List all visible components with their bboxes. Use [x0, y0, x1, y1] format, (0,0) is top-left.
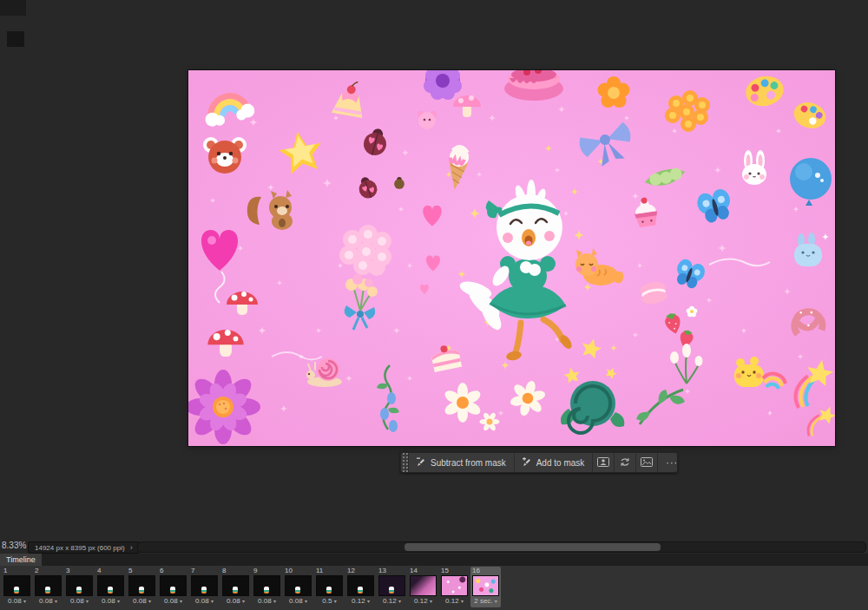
timeline-frame-6[interactable]: 60.08 ▾ — [158, 567, 188, 607]
timeline-frame-3[interactable]: 30.08 ▾ — [64, 567, 95, 607]
chevron-down-icon: ▾ — [334, 599, 337, 604]
frame-number: 10 — [284, 567, 312, 574]
frame-thumb-sprite — [233, 587, 238, 594]
timeline-frame-10[interactable]: 100.08 ▾ — [283, 567, 313, 607]
frame-thumbnail[interactable] — [441, 575, 468, 596]
add-to-mask-label: Add to mask — [536, 458, 585, 468]
timeline-frame-7[interactable]: 70.08 ▾ — [189, 567, 220, 607]
zoom-level-field[interactable]: 8.33% — [2, 541, 26, 550]
timeline-frame-1[interactable]: 10.08 ▾ — [2, 567, 32, 607]
timeline-frame-14[interactable]: 140.12 ▾ — [408, 567, 438, 607]
frame-duration-select[interactable]: 0.12 ▾ — [409, 597, 437, 606]
frame-duration-select[interactable]: 0.08 ▾ — [284, 597, 312, 606]
workspace-corner-panel-2 — [7, 31, 24, 47]
frame-thumbnail[interactable] — [128, 575, 155, 596]
frame-thumbnail[interactable] — [316, 575, 343, 596]
frame-thumbnail[interactable] — [472, 575, 499, 596]
frame-thumbnail[interactable] — [3, 575, 30, 596]
frame-thumb-sprite — [264, 587, 269, 594]
frame-duration-select[interactable]: 0.08 ▾ — [65, 597, 94, 606]
timeline-tab-row: Timeline — [0, 554, 868, 566]
frame-thumbnail[interactable] — [66, 575, 93, 596]
frame-duration-select[interactable]: 0.08 ▾ — [190, 597, 219, 606]
timeline-frame-11[interactable]: 110.5 ▾ — [314, 567, 345, 607]
select-subject-button[interactable] — [593, 453, 615, 472]
tab-timeline[interactable]: Timeline — [0, 554, 42, 566]
chevron-down-icon: ▾ — [305, 599, 307, 604]
document-canvas[interactable] — [188, 70, 835, 446]
frame-thumbnail[interactable] — [222, 575, 249, 596]
frame-duration-select[interactable]: 0.08 ▾ — [34, 597, 62, 606]
subtract-from-mask-label: Subtract from mask — [431, 458, 506, 468]
chevron-down-icon: ▾ — [398, 599, 401, 604]
frame-number: 1 — [3, 567, 31, 574]
frame-thumbnail[interactable] — [410, 575, 437, 596]
frame-duration-select[interactable]: 0.08 ▾ — [128, 597, 156, 606]
timeline-frame-4[interactable]: 40.08 ▾ — [95, 567, 126, 607]
select-subject-icon — [597, 457, 609, 469]
frame-duration-select[interactable]: 0.08 ▾ — [253, 597, 281, 606]
subtract-from-mask-button[interactable]: Subtract from mask — [409, 453, 515, 472]
toolbar-drag-handle[interactable] — [401, 453, 409, 472]
frame-number: 2 — [34, 567, 62, 574]
chevron-down-icon: ▾ — [430, 599, 432, 604]
invert-mask-button[interactable] — [615, 453, 636, 472]
frame-thumbnail[interactable] — [35, 575, 62, 596]
frame-number: 12 — [346, 567, 375, 574]
add-to-mask-button[interactable]: Add to mask — [515, 453, 594, 472]
chevron-down-icon: ▾ — [86, 599, 89, 604]
horizontal-scrollbar-thumb[interactable] — [404, 543, 661, 551]
frame-number: 13 — [378, 567, 406, 574]
timeline-frame-12[interactable]: 120.12 ▾ — [345, 567, 376, 607]
pink-cake-sticker — [504, 70, 563, 101]
frame-duration-select[interactable]: 0.08 ▾ — [159, 597, 187, 606]
timeline-frame-9[interactable]: 90.08 ▾ — [252, 567, 282, 607]
invert-mask-icon — [620, 457, 630, 469]
frame-thumb-sprite — [295, 587, 300, 594]
frame-duration-select[interactable]: 0.08 ▾ — [3, 597, 31, 606]
big-flower-sticker — [188, 370, 260, 444]
photoshop-workspace: Subtract from mask Add to mask ··· — [0, 0, 868, 610]
timeline-frame-13[interactable]: 130.12 ▾ — [377, 567, 407, 607]
frame-number: 16 — [471, 567, 500, 574]
frame-thumb-sprite — [14, 587, 19, 594]
frame-duration-select[interactable]: 0.5 ▾ — [315, 597, 344, 606]
frame-thumb-sprite — [76, 587, 82, 594]
chevron-down-icon: ▾ — [23, 599, 26, 604]
document-info[interactable]: 14924 px x 8395 px (600 ppi) › — [28, 541, 140, 554]
frame-thumb-sprite — [139, 587, 144, 594]
timeline-frame-2[interactable]: 20.08 ▾ — [33, 567, 63, 607]
frame-duration-select[interactable]: 0.08 ▾ — [96, 597, 125, 606]
timeline-frame-16[interactable]: 162 sec. ▾ — [470, 567, 501, 607]
frame-number: 14 — [409, 567, 437, 574]
doc-info-expand-icon[interactable]: › — [130, 543, 133, 552]
timeline-frame-15[interactable]: 150.12 ▾ — [439, 567, 470, 607]
timeline-frame-5[interactable]: 50.08 ▾ — [127, 567, 157, 607]
frame-duration-select[interactable]: 0.08 ▾ — [221, 597, 250, 606]
frame-duration-select[interactable]: 0.12 ▾ — [440, 597, 469, 606]
frame-thumbnail[interactable] — [378, 575, 405, 596]
horizontal-scrollbar[interactable] — [137, 541, 866, 553]
frame-number: 4 — [96, 567, 125, 574]
frame-duration-select[interactable]: 0.12 ▾ — [378, 597, 406, 606]
image-preview-button[interactable] — [636, 453, 658, 472]
frame-thumbnail[interactable] — [160, 575, 187, 596]
frame-duration-select[interactable]: 2 sec. ▾ — [471, 597, 500, 606]
frame-thumb-sprite — [108, 587, 113, 594]
workspace-corner-panel — [0, 0, 26, 16]
frame-thumb-sprite — [45, 587, 50, 594]
frame-duration-select[interactable]: 0.12 ▾ — [346, 597, 375, 606]
frame-thumbnail[interactable] — [347, 575, 374, 596]
chevron-down-icon: ▾ — [180, 599, 182, 604]
timeline-frames: 10.08 ▾20.08 ▾30.08 ▾40.08 ▾50.08 ▾60.08… — [2, 567, 501, 607]
frame-number: 7 — [190, 567, 219, 574]
chevron-down-icon: ▾ — [495, 599, 497, 604]
frame-thumb-sprite — [201, 587, 207, 594]
frame-number: 6 — [159, 567, 187, 574]
timeline-frame-8[interactable]: 80.08 ▾ — [220, 567, 251, 607]
frame-thumbnail[interactable] — [285, 575, 312, 596]
more-options-button[interactable]: ··· — [658, 453, 677, 472]
frame-thumbnail[interactable] — [97, 575, 124, 596]
frame-thumbnail[interactable] — [253, 575, 280, 596]
frame-thumbnail[interactable] — [191, 575, 218, 596]
